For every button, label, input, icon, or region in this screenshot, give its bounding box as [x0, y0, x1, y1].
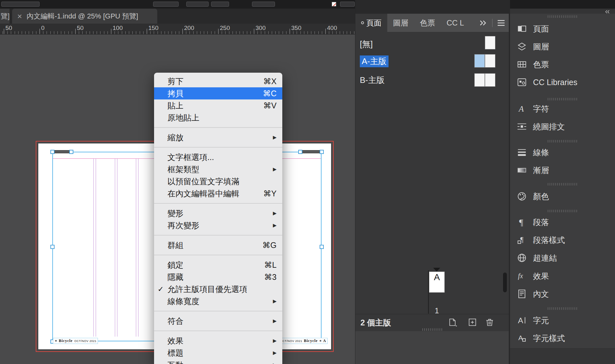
menu-item-lock[interactable]: 鎖定 ⌘L — [154, 259, 282, 271]
dock-header — [510, 0, 615, 9]
dock-item-pages[interactable]: 頁面 — [510, 21, 615, 36]
expand-panel-icon[interactable] — [479, 19, 488, 27]
footer-right-date: OCT/NOV 2021 — [280, 339, 302, 343]
control-stub[interactable] — [340, 2, 355, 7]
tab-swatches[interactable]: 色票 — [414, 14, 441, 32]
selected-spread-arrow-icon — [433, 268, 440, 272]
control-stub[interactable] — [153, 2, 179, 7]
partial-document-tab[interactable]: 覽] — [0, 9, 10, 24]
menu-item-allow-master-overrides[interactable]: ✓ 允許主版項目優先選項 — [154, 283, 282, 295]
close-tab-icon[interactable]: × — [17, 12, 22, 20]
frame-edge-bar[interactable] — [299, 150, 322, 153]
dock-item-paragraph-styles[interactable]: ¶ 段落樣式 — [510, 233, 615, 247]
control-stub[interactable] — [252, 2, 275, 7]
panel-tab-strip: 頁面 圖層 色票 CC L — [355, 14, 509, 32]
menu-item-fill-placeholder-text[interactable]: 以預留位置文字填滿 — [154, 175, 282, 187]
pages-panel: 頁面 圖層 色票 CC L — [355, 14, 509, 331]
selection-handle[interactable] — [320, 150, 324, 154]
dock-item-layers[interactable]: 圖層 — [510, 39, 615, 54]
dock-item-cc-libraries[interactable]: CC Libraries — [510, 75, 615, 90]
tab-layers[interactable]: 圖層 — [387, 14, 414, 32]
control-stub[interactable] — [1, 2, 40, 7]
dock-group-grip[interactable] — [548, 98, 577, 100]
panel-resize-grip[interactable] — [422, 328, 442, 331]
color-icon — [516, 191, 527, 202]
dock-item-stroke[interactable]: 線條 — [510, 145, 615, 160]
tab-pages[interactable]: 頁面 — [355, 14, 387, 32]
no-fill-swatch-icon[interactable] — [332, 2, 336, 6]
menu-item-fitting[interactable]: 符合 ▶ — [154, 315, 282, 327]
tab-cc-libraries[interactable]: CC L — [441, 14, 470, 32]
panel-scrollbar[interactable] — [503, 273, 507, 292]
submenu-arrow-icon: ▶ — [273, 347, 277, 359]
selection-handle[interactable] — [320, 245, 324, 249]
master-page-icon[interactable] — [485, 36, 495, 49]
dock-item-character[interactable]: A 字元 — [510, 313, 615, 328]
menu-item-transform[interactable]: 變形 ▶ — [154, 207, 282, 219]
ruler-number: 200 — [184, 25, 194, 32]
master-page-icon[interactable] — [474, 54, 485, 68]
dock-item-hyperlinks[interactable]: 超連結 — [510, 251, 615, 265]
menu-item-text-frame-options[interactable]: 文字框選項... — [154, 151, 282, 163]
master-page-icon[interactable] — [485, 73, 495, 87]
ruler-major-ticks — [0, 29, 355, 34]
text-wrap-icon — [516, 121, 527, 132]
menu-item-interactive[interactable]: 互動 ▶ — [154, 359, 282, 364]
dock-item-swatches[interactable]: 色票 — [510, 57, 615, 72]
panel-dock-column: 頁面 圖層 色票 CC L — [355, 0, 509, 364]
menu-item-transform-again[interactable]: 再次變形 ▶ — [154, 219, 282, 231]
submenu-arrow-icon: ▶ — [273, 219, 277, 231]
collapse-panels-icon[interactable] — [604, 9, 612, 14]
footer-text-left[interactable]: ∗ Bicycle OCT/NOV 2021 — [53, 338, 98, 344]
dock-group-grip[interactable] — [548, 210, 577, 212]
selection-handle[interactable] — [50, 150, 55, 154]
panel-menu-icon[interactable] — [497, 20, 505, 26]
dock-item-character-styles[interactable]: A 字元樣式 — [510, 331, 615, 346]
dock-item-color[interactable]: 顏色 — [510, 189, 615, 204]
master-page-icon[interactable] — [485, 54, 495, 68]
document-tab[interactable]: × 內文編輯-1.indd @ 25% [GPU 預覽] — [12, 9, 157, 24]
dock-item-gradient[interactable]: 漸層 — [510, 163, 615, 178]
menu-item-copy[interactable]: 拷貝 ⌘C — [154, 87, 282, 99]
layers-icon — [516, 41, 527, 52]
menu-item-frame-type[interactable]: 框架類型 ▶ — [154, 163, 282, 175]
page-thumbnail[interactable]: A — [429, 272, 445, 293]
selection-handle[interactable] — [50, 245, 55, 249]
dock-item-text-wrap[interactable]: 繞圖排文 — [510, 119, 615, 134]
control-stub[interactable] — [186, 2, 209, 7]
dock-group-grip[interactable] — [548, 140, 577, 142]
menu-item-scale[interactable]: 縮放 ▶ — [154, 131, 282, 143]
menu-item-paste[interactable]: 貼上 ⌘V — [154, 99, 282, 112]
control-stub[interactable] — [211, 2, 229, 7]
page-transition-icon[interactable] — [448, 317, 457, 327]
menu-item-captions[interactable]: 標題 ▶ — [154, 347, 282, 359]
master-page-icon[interactable] — [474, 73, 485, 87]
menu-item-edit-in-story-editor[interactable]: 在內文編輯器中編輯 ⌘Y — [154, 187, 282, 200]
menu-item-group[interactable]: 群組 ⌘G — [154, 239, 282, 251]
dock-item-story[interactable]: 內文 — [510, 287, 615, 301]
submenu-arrow-icon: ▶ — [273, 131, 277, 143]
dock-item-effects[interactable]: fx 效果 — [510, 269, 615, 283]
menu-item-hide[interactable]: 隱藏 ⌘3 — [154, 271, 282, 283]
selection-handle[interactable] — [298, 150, 302, 154]
new-page-icon[interactable] — [468, 317, 477, 327]
menu-separator — [154, 147, 282, 148]
dock-group-grip[interactable] — [548, 307, 577, 310]
menu-item-cut[interactable]: 剪下 ⌘X — [154, 75, 282, 87]
horizontal-ruler[interactable]: 50 0 50 100 150 200 250 300 350 400 — [0, 24, 355, 34]
menu-item-stroke-weight[interactable]: 線條寬度 ▶ — [154, 295, 282, 307]
delete-page-icon[interactable] — [485, 317, 494, 327]
dock-item-glyphs[interactable]: A 字符 — [510, 101, 615, 116]
dock-group-grip[interactable] — [548, 183, 577, 186]
dock-item-paragraph[interactable]: ¶ 段落 — [510, 215, 615, 229]
submenu-arrow-icon: ▶ — [273, 207, 277, 219]
submenu-arrow-icon: ▶ — [273, 295, 277, 307]
footer-text-right[interactable]: OCT/NOV 2021 Bicycle ∗ A — [278, 338, 328, 344]
cc-libraries-icon — [516, 77, 527, 88]
menu-item-effects[interactable]: 效果 ▶ — [154, 335, 282, 347]
selection-handle[interactable] — [69, 150, 73, 154]
menu-item-paste-in-place[interactable]: 原地貼上 — [154, 112, 282, 124]
divider — [492, 19, 493, 27]
dock-group-grip[interactable] — [548, 15, 577, 18]
menu-separator — [154, 235, 282, 236]
